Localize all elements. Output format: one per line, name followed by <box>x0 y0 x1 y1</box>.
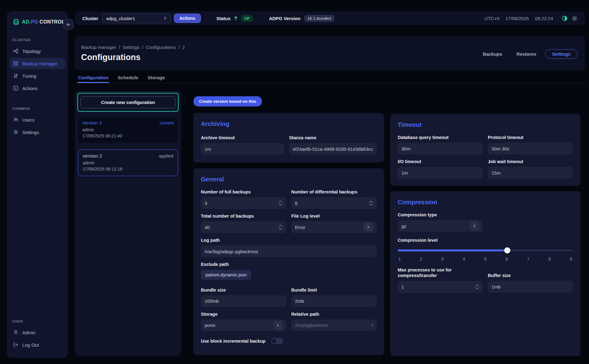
page-title: Configurations <box>81 53 185 62</box>
person-icon <box>13 330 19 335</box>
sidebar-item-logout[interactable]: Log Out <box>10 339 65 350</box>
restores-button[interactable]: Restores <box>511 50 542 58</box>
general-title: General <box>201 176 377 183</box>
tab-configuration[interactable]: Configuration <box>77 74 109 83</box>
users-icon <box>13 117 19 123</box>
bundle-size-label: Bundle size <box>201 287 286 293</box>
settings-button[interactable]: Settings <box>545 49 578 59</box>
topology-icon <box>13 48 19 54</box>
time-value: 08:22:24 <box>535 16 553 21</box>
bundle-limit-label: Bundle limit <box>291 287 377 293</box>
max-processes-stepper[interactable]: 1 <box>398 281 483 293</box>
sidebar-item-label: Backup manager <box>22 61 57 66</box>
adpg-version-label: ADPG Version <box>269 16 301 21</box>
db-query-timeout-input[interactable]: 30m <box>398 143 483 154</box>
stepper-up-icon <box>279 201 283 203</box>
stepper-buttons[interactable] <box>276 201 283 206</box>
sidebar-item-label: Users <box>22 117 34 123</box>
protocol-timeout-label: Protocol timeout <box>488 135 573 140</box>
theme-contrast-icon[interactable] <box>562 15 568 21</box>
sidebar-item-admin[interactable]: Admin <box>10 327 65 338</box>
select-chevron-icon <box>470 221 479 231</box>
file-log-level-select[interactable]: Error <box>291 221 377 233</box>
tab-bar: Configuration Schedule Storage <box>77 74 585 83</box>
cluster-select[interactable]: adpg_cluster1 <box>102 14 171 23</box>
full-backups-stepper[interactable]: 3 <box>201 197 286 209</box>
tab-schedule[interactable]: Schedule <box>117 74 139 83</box>
job-wait-timeout-input[interactable]: 15m <box>488 167 573 179</box>
full-backups-label: Number of full backups <box>201 189 286 195</box>
version-author: admin <box>83 160 173 166</box>
stepper-down-icon <box>475 287 479 289</box>
back-arrow-icon <box>66 22 71 27</box>
sidebar-item-settings[interactable]: ⚙ Settings <box>10 127 65 138</box>
exclude-path-label: Exclude path <box>201 262 377 267</box>
stepper-down-icon <box>279 203 283 206</box>
sidebar-item-users[interactable]: Users <box>10 114 65 125</box>
general-card: General Number of full backups 3 Number … <box>193 168 384 355</box>
exclude-path-chip[interactable]: patroni.dynamic.json <box>201 270 251 280</box>
breadcrumb: Backup manager / Settings / Configuratio… <box>81 45 185 50</box>
buffer-size-input[interactable]: 1mb <box>488 281 573 292</box>
page-header: Backup manager / Settings / Configuratio… <box>75 36 585 70</box>
protocol-timeout-input[interactable]: 30m 30s <box>488 143 573 154</box>
compression-type-label: Compression type <box>398 212 483 218</box>
sidebar-section-user: USER <box>10 315 65 326</box>
compression-level-label: Compression level <box>398 237 573 243</box>
buffer-size-label: Buffer size <box>488 267 573 278</box>
stanza-name-label: Stanza name <box>289 135 377 141</box>
topbar-actions-button[interactable]: Actions <box>174 14 201 23</box>
compression-type-select[interactable]: gz <box>398 220 483 232</box>
stepper-buttons[interactable] <box>473 284 479 289</box>
total-backups-label: Total number of backups <box>201 213 286 219</box>
sidebar-item-actions[interactable]: Actions <box>10 83 65 94</box>
diff-backups-stepper[interactable]: 6 <box>291 197 377 209</box>
bundle-size-input[interactable]: 100mb <box>201 295 286 307</box>
job-wait-timeout-label: Job wait timeout <box>488 159 573 164</box>
archive-timeout-input[interactable]: 1m <box>201 143 284 155</box>
version-card-2[interactable]: version 2 applied admin 17/09/2025 08:12… <box>78 150 178 176</box>
timeout-title: Timeout <box>398 121 573 128</box>
app-logo: AD.PGCONTROL <box>10 16 65 34</box>
sidebar: AD.PGCONTROL CLUSTER Topology Backup man… <box>7 11 68 358</box>
storage-select[interactable]: posix <box>201 319 286 331</box>
cluster-select-value: adpg_cluster1 <box>106 16 163 21</box>
max-processes-label: Max processes to use for compress/transf… <box>398 267 483 278</box>
log-path-input[interactable]: /var/log/adpgc-pgbackrest <box>201 245 377 257</box>
storage-label: Storage <box>201 311 286 317</box>
version-name: version 3 <box>82 120 102 126</box>
version-card-3[interactable]: version 3 current admin 17/09/2025 08:21… <box>78 117 178 143</box>
compression-level-slider[interactable] <box>398 247 573 254</box>
version-author: admin <box>82 127 174 133</box>
sidebar-item-tuning[interactable]: Tuning <box>10 70 65 81</box>
sidebar-item-topology[interactable]: Topology <box>10 46 65 57</box>
total-backups-stepper[interactable]: 40 <box>201 221 286 233</box>
gear-icon: ⚙ <box>13 129 19 135</box>
sidebar-item-backup-manager[interactable]: Backup manager <box>10 58 65 69</box>
backups-button[interactable]: Backups <box>477 50 508 58</box>
version-status-badge: current <box>160 120 174 125</box>
sidebar-collapse-button[interactable] <box>63 19 74 30</box>
configuration-form: Create version based on this Archiving A… <box>193 96 384 355</box>
bundle-limit-input[interactable]: 2mb <box>291 295 377 307</box>
tab-storage[interactable]: Storage <box>147 74 166 83</box>
sidebar-item-label: Actions <box>22 86 37 91</box>
create-version-button[interactable]: Create version based on this <box>193 96 262 106</box>
sidebar-item-label: Topology <box>22 49 41 54</box>
sun-icon[interactable] <box>572 15 578 21</box>
stanza-name-input[interactable]: ef24aefb-51ca-4989-92d5-81e56b63cc <box>289 143 377 155</box>
stepper-buttons[interactable] <box>276 225 283 230</box>
block-incremental-toggle[interactable] <box>271 338 283 344</box>
slider-thumb[interactable] <box>504 247 510 254</box>
diff-backups-label: Number of differential backups <box>291 189 377 195</box>
relative-path-input[interactable]: /tmp/pgbackrest / <box>291 319 377 331</box>
create-new-configuration-button[interactable]: Create new configuration <box>80 96 175 108</box>
stepper-buttons[interactable] <box>366 201 373 206</box>
version-name: version 2 <box>83 153 102 159</box>
adpg-version-badge: 16.1-bundle1 <box>304 15 335 22</box>
io-timeout-input[interactable]: 1m <box>398 167 483 179</box>
io-timeout-label: I/O timeout <box>398 159 483 164</box>
archiving-card: Archiving Archive timeout 1m Stanza name… <box>193 113 384 162</box>
select-chevron-icon <box>163 16 167 20</box>
compression-card: Compression Compression type gz Compress… <box>390 191 580 356</box>
